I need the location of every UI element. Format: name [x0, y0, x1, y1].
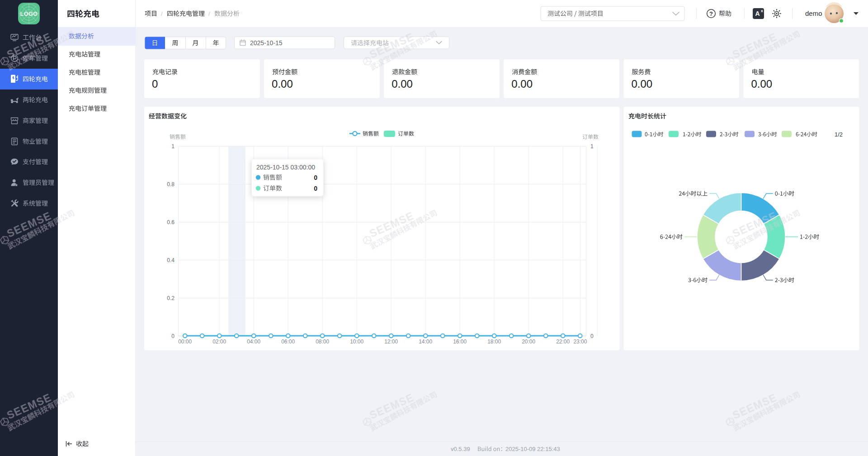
svg-text:16:00: 16:00 [453, 338, 467, 345]
svg-text:0.00: 0.00 [631, 78, 652, 90]
svg-text:?: ? [709, 10, 713, 17]
svg-text:12:00: 12:00 [384, 338, 398, 345]
svg-text:0: 0 [171, 333, 175, 339]
svg-text:v0.5.39: v0.5.39 [451, 446, 470, 452]
svg-text:1/2: 1/2 [835, 131, 843, 138]
svg-text:00:00: 00:00 [178, 338, 192, 345]
svg-text:0.6: 0.6 [167, 219, 175, 226]
svg-text:0.4: 0.4 [167, 257, 175, 263]
svg-text:0: 0 [314, 174, 317, 181]
svg-text:10:00: 10:00 [350, 338, 363, 345]
svg-text:2025-10-15 03:00:00: 2025-10-15 03:00:00 [256, 164, 315, 171]
svg-text:1: 1 [171, 143, 175, 150]
svg-text:0: 0 [314, 185, 317, 192]
svg-text:1: 1 [590, 143, 594, 150]
svg-text:demo: demo [805, 9, 822, 17]
svg-text:0.00: 0.00 [751, 78, 773, 90]
svg-text:2025-10-15: 2025-10-15 [250, 39, 283, 47]
svg-text:0: 0 [590, 333, 594, 339]
svg-text:/: / [161, 10, 163, 17]
svg-text:08:00: 08:00 [316, 338, 329, 345]
svg-text:14:00: 14:00 [419, 338, 432, 345]
svg-text:ˣ: ˣ [760, 8, 763, 15]
svg-text:LOGO: LOGO [20, 11, 38, 17]
svg-text:0.2: 0.2 [167, 295, 175, 301]
svg-text:04:00: 04:00 [247, 338, 260, 345]
svg-text:20:00: 20:00 [522, 338, 535, 345]
svg-text:0.00: 0.00 [392, 78, 413, 90]
svg-text:0: 0 [152, 78, 158, 90]
svg-text:23:00: 23:00 [573, 338, 587, 345]
svg-text:/: / [208, 10, 210, 17]
svg-text:02:00: 02:00 [212, 338, 226, 345]
svg-text:0.00: 0.00 [511, 78, 533, 90]
svg-text:2025-10-09 22:15:43: 2025-10-09 22:15:43 [505, 446, 560, 452]
svg-text:0.00: 0.00 [272, 78, 293, 90]
svg-text:06:00: 06:00 [281, 338, 295, 345]
svg-text:18:00: 18:00 [487, 338, 501, 345]
svg-text:A: A [755, 10, 760, 17]
svg-text:0.8: 0.8 [167, 181, 175, 188]
svg-text:22:00: 22:00 [556, 338, 570, 345]
